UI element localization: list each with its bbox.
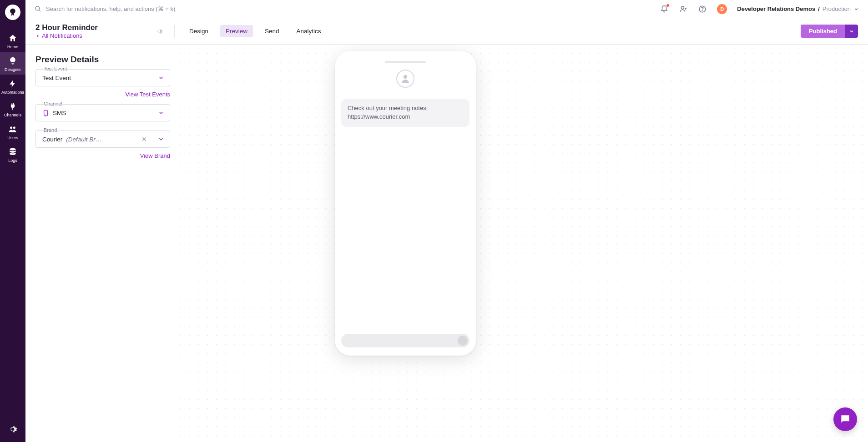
svg-point-2 bbox=[681, 6, 684, 9]
sidebar: Home Designer Automations Channels Users… bbox=[0, 0, 25, 442]
avatar[interactable]: D bbox=[717, 4, 727, 14]
page-header: 2 Hour Reminder All Notifications Design… bbox=[25, 18, 868, 45]
send-dot bbox=[458, 336, 468, 346]
view-brand-link[interactable]: View Brand bbox=[35, 152, 170, 159]
designer-icon bbox=[8, 56, 17, 65]
publish-dropdown-button[interactable] bbox=[845, 25, 858, 38]
sidebar-item-channels[interactable]: Channels bbox=[0, 97, 25, 120]
tab-analytics[interactable]: Analytics bbox=[291, 25, 327, 37]
section-title: Preview Details bbox=[35, 55, 170, 65]
sms-icon bbox=[42, 110, 49, 116]
home-icon bbox=[8, 34, 17, 43]
notifications-button[interactable] bbox=[660, 5, 669, 14]
sidebar-item-settings[interactable] bbox=[0, 418, 25, 442]
field-channel: Channel SMS bbox=[35, 104, 170, 121]
svg-line-1 bbox=[39, 10, 40, 11]
chevron-down-icon bbox=[853, 6, 859, 12]
field-test-event: Test Event Test Event bbox=[35, 69, 170, 86]
sidebar-item-label: Home bbox=[7, 45, 18, 49]
channel-select[interactable]: SMS bbox=[35, 104, 170, 121]
sidebar-item-label: Channels bbox=[4, 113, 21, 117]
tab-send[interactable]: Send bbox=[259, 25, 285, 37]
divider bbox=[174, 25, 175, 38]
phone-mockup: Check out your meeting notes: https://ww… bbox=[335, 51, 476, 356]
search-input[interactable] bbox=[46, 5, 228, 12]
sidebar-item-designer[interactable]: Designer bbox=[0, 52, 25, 75]
clear-brand-button[interactable] bbox=[140, 135, 148, 143]
contact-avatar bbox=[396, 70, 414, 88]
intercom-launcher[interactable] bbox=[833, 407, 857, 431]
publish-group: Published bbox=[801, 25, 858, 38]
close-icon bbox=[141, 136, 147, 142]
chevron-down-icon[interactable] bbox=[156, 73, 166, 83]
phone-compose-bar bbox=[341, 334, 469, 347]
invite-user-button[interactable] bbox=[679, 5, 688, 14]
tabs: Design Preview Send Analytics bbox=[184, 25, 327, 37]
env-name: Production bbox=[823, 5, 851, 12]
field-brand: Brand Courier (Default Br… bbox=[35, 131, 170, 148]
sidebar-item-logs[interactable]: Logs bbox=[0, 143, 25, 166]
preview-details-panel: Preview Details Test Event Test Event Vi… bbox=[25, 45, 180, 442]
search-wrap bbox=[35, 5, 653, 12]
database-icon bbox=[8, 147, 17, 156]
chevron-left-icon bbox=[35, 34, 40, 38]
gear-icon bbox=[155, 27, 163, 35]
view-test-events-link[interactable]: View Test Events bbox=[35, 91, 170, 98]
org-switcher[interactable]: Developer Relations Demos / Production bbox=[737, 5, 859, 12]
notification-dot bbox=[666, 4, 670, 7]
sidebar-item-label: Users bbox=[7, 136, 18, 140]
help-button[interactable] bbox=[698, 5, 707, 14]
test-event-select[interactable]: Test Event bbox=[35, 69, 170, 86]
search-icon bbox=[35, 5, 41, 12]
publish-button[interactable]: Published bbox=[801, 25, 845, 38]
sidebar-item-label: Automations bbox=[1, 90, 24, 95]
svg-point-0 bbox=[35, 6, 40, 10]
chevron-down-icon[interactable] bbox=[156, 134, 166, 144]
svg-point-9 bbox=[404, 75, 407, 79]
content: Preview Details Test Event Test Event Vi… bbox=[25, 45, 868, 442]
gear-icon bbox=[8, 425, 17, 434]
svg-point-4 bbox=[702, 10, 703, 11]
back-link[interactable]: All Notifications bbox=[35, 32, 98, 39]
sidebar-item-label: Logs bbox=[8, 158, 17, 163]
sms-message-bubble: Check out your meeting notes: https://ww… bbox=[341, 99, 469, 127]
sidebar-item-label: Designer bbox=[5, 67, 21, 72]
sidebar-item-home[interactable]: Home bbox=[0, 29, 25, 52]
main-area: D Developer Relations Demos / Production… bbox=[25, 0, 868, 442]
brand-select[interactable]: Courier (Default Br… bbox=[35, 131, 170, 148]
chat-icon bbox=[839, 413, 851, 425]
notification-settings-button[interactable] bbox=[152, 25, 165, 38]
sidebar-item-automations[interactable]: Automations bbox=[0, 75, 25, 97]
users-icon bbox=[8, 125, 17, 134]
plug-icon bbox=[8, 102, 17, 111]
sidebar-item-users[interactable]: Users bbox=[0, 120, 25, 143]
app-logo[interactable] bbox=[5, 5, 20, 20]
bolt-icon bbox=[8, 79, 17, 88]
chevron-down-icon bbox=[849, 29, 854, 34]
help-icon bbox=[698, 5, 707, 13]
preview-canvas: Check out your meeting notes: https://ww… bbox=[180, 45, 868, 442]
org-name: Developer Relations Demos bbox=[737, 5, 815, 12]
user-plus-icon bbox=[679, 5, 687, 13]
page-title: 2 Hour Reminder bbox=[35, 23, 98, 32]
chevron-down-icon[interactable] bbox=[156, 108, 166, 118]
topbar: D Developer Relations Demos / Production bbox=[25, 0, 868, 18]
phone-speaker bbox=[385, 61, 426, 63]
tab-preview[interactable]: Preview bbox=[220, 25, 253, 37]
tab-design[interactable]: Design bbox=[184, 25, 214, 37]
